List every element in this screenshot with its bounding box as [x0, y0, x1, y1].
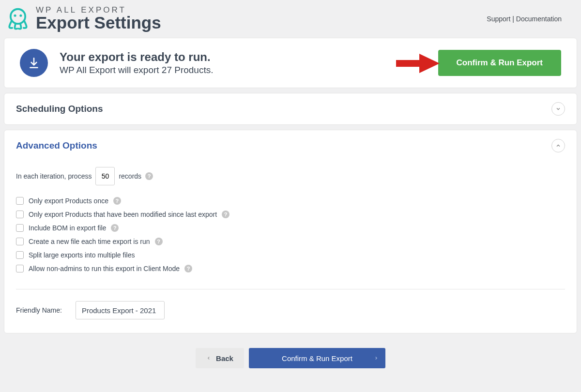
checkbox-export-once[interactable]	[16, 197, 24, 205]
option-label: Include BOM in export file	[29, 224, 106, 232]
advanced-options-card: Advanced Options In each iteration, proc…	[4, 130, 577, 333]
ready-title: Your export is ready to run.	[60, 50, 214, 64]
option-label: Allow non-admins to run this export in C…	[29, 265, 180, 272]
chevron-right-icon	[374, 355, 379, 362]
advanced-options-title: Advanced Options	[16, 140, 97, 151]
scheduling-options-title: Scheduling Options	[16, 104, 103, 114]
iteration-count-input[interactable]	[95, 167, 115, 185]
support-link[interactable]: Support	[487, 15, 510, 23]
annotation-arrow-icon	[396, 54, 440, 73]
ready-subtitle: WP All Export will export 27 Products.	[60, 65, 214, 75]
confirm-run-export-button-bottom[interactable]: Confirm & Run Export	[249, 348, 385, 368]
advanced-options-toggle[interactable]: Advanced Options	[4, 130, 577, 161]
octopus-logo-icon	[5, 5, 31, 33]
iteration-suffix: records	[119, 172, 141, 180]
chevron-down-icon	[551, 102, 565, 116]
chevron-left-icon	[206, 355, 211, 362]
option-split-large: Split large exports into multiple files	[16, 251, 565, 259]
header-left: WP ALL EXPORT Export Settings	[5, 5, 161, 33]
checkbox-client-mode[interactable]	[16, 265, 24, 272]
iteration-row: In each iteration, process records ?	[16, 167, 565, 185]
ready-card: Your export is ready to run. WP All Expo…	[4, 38, 577, 88]
header-titles: WP ALL EXPORT Export Settings	[36, 5, 161, 32]
checkbox-split-large[interactable]	[16, 251, 24, 259]
friendly-name-input[interactable]	[76, 301, 165, 319]
option-include-bom: Include BOM in export file ?	[16, 224, 565, 232]
back-button[interactable]: Back	[196, 348, 244, 368]
svg-point-0	[11, 9, 25, 24]
svg-marker-4	[419, 54, 440, 73]
checkbox-export-modified[interactable]	[16, 211, 24, 218]
help-icon[interactable]: ?	[222, 211, 229, 218]
option-label: Only export Products once	[29, 197, 108, 205]
help-icon[interactable]: ?	[155, 238, 163, 245]
checkbox-include-bom[interactable]	[16, 224, 24, 232]
header-links: Support | Documentation	[487, 15, 562, 23]
help-icon[interactable]: ?	[111, 224, 119, 232]
ready-text: Your export is ready to run. WP All Expo…	[60, 50, 214, 75]
divider	[16, 289, 565, 289]
advanced-options-body: In each iteration, process records ? Onl…	[4, 167, 577, 333]
help-icon[interactable]: ?	[145, 172, 153, 180]
download-icon	[20, 49, 48, 77]
help-icon[interactable]: ?	[184, 265, 192, 272]
option-export-modified: Only export Products that have been modi…	[16, 211, 565, 218]
page-title: Export Settings	[36, 13, 161, 32]
scheduling-options-card: Scheduling Options	[4, 93, 577, 125]
footer-buttons: Back Confirm & Run Export	[0, 348, 581, 368]
option-label: Split large exports into multiple files	[29, 251, 135, 259]
option-client-mode: Allow non-admins to run this export in C…	[16, 265, 565, 272]
chevron-up-icon	[551, 139, 565, 152]
friendly-name-row: Friendly Name:	[16, 301, 565, 319]
option-new-file: Create a new file each time export is ru…	[16, 238, 565, 245]
page-header: WP ALL EXPORT Export Settings Support | …	[0, 0, 581, 33]
scheduling-options-toggle[interactable]: Scheduling Options	[4, 93, 577, 124]
svg-point-1	[14, 15, 16, 17]
friendly-name-label: Friendly Name:	[16, 306, 62, 314]
svg-point-2	[19, 15, 22, 17]
documentation-link[interactable]: Documentation	[516, 15, 562, 23]
option-label: Create a new file each time export is ru…	[29, 238, 150, 245]
option-label: Only export Products that have been modi…	[29, 211, 217, 218]
confirm-run-export-button-top[interactable]: Confirm & Run Export	[438, 50, 562, 76]
svg-rect-3	[396, 60, 421, 67]
help-icon[interactable]: ?	[113, 197, 121, 205]
option-export-once: Only export Products once ?	[16, 197, 565, 205]
confirm-label: Confirm & Run Export	[282, 354, 352, 362]
checkbox-new-file[interactable]	[16, 238, 24, 245]
back-label: Back	[216, 354, 233, 362]
iteration-prefix: In each iteration, process	[16, 172, 92, 180]
